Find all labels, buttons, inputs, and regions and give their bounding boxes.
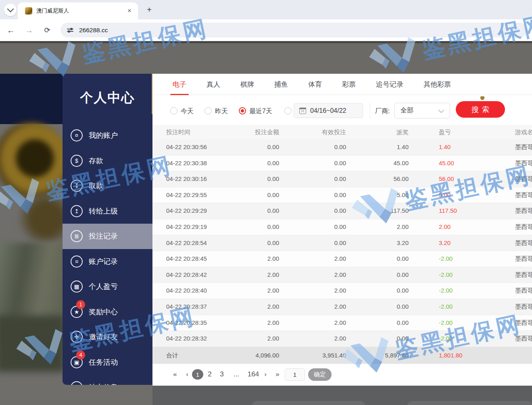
sidebar-item-bet-records[interactable]: ≣投注记录 [63, 224, 152, 249]
cell-bet-amount: 0.00 [213, 171, 279, 187]
tab-chess[interactable]: 棋牌 [240, 74, 254, 95]
site-header: 2024/04/22 21:14:19 星期一 充值 教导中心 邀请返佣 充值 [0, 43, 532, 74]
cell-payout: 117.50 [345, 203, 409, 219]
table-row: 04-22 20:28:452.002.000.00-2.00墨西哥 [152, 251, 532, 267]
sidebar-item-deposit[interactable]: $存款 [63, 148, 152, 174]
tab-live[interactable]: 真人 [207, 74, 220, 95]
sidebar-menu: ¤我的账户$存款↧取款↥转给上级≣投注记录≡账户记录▦个人盈亏★奖励中心1✚邀请… [63, 123, 152, 385]
tune-icon[interactable] [67, 27, 73, 33]
cell-valid-bet: 0.00 [282, 171, 346, 187]
tab-fishing[interactable]: 捕鱼 [274, 74, 288, 95]
cell-payout: 2.00 [345, 219, 409, 235]
cell-payout: 0.00 [345, 331, 409, 347]
back-icon[interactable]: ← [6, 25, 16, 35]
page-3[interactable]: 3 [216, 368, 227, 381]
table-row: 04-22 20:28:540.000.003.203.20墨西哥 [152, 235, 532, 251]
sidebar-item-personal-pnl[interactable]: ▦个人盈亏 [63, 274, 152, 299]
cell-valid-bet: 0.00 [282, 235, 346, 251]
radio-custom-range[interactable] [284, 107, 292, 114]
cell-game-name: 墨西哥 [515, 171, 532, 187]
table-row: 04-22 20:28:372.002.000.00-2.00墨西哥 [152, 299, 532, 315]
last-page-button[interactable]: » [273, 368, 282, 381]
chevron-down-icon [438, 107, 444, 112]
sidebar-item-label: 转给上级 [89, 206, 118, 216]
cell-pnl: -2.00 [439, 331, 491, 347]
cell-valid-bet: 2.00 [282, 299, 346, 315]
sidebar-item-label: 个人盈亏 [89, 282, 118, 291]
radio-last-7-days[interactable] [239, 107, 246, 114]
sidebar-item-label: 站内信息 [89, 382, 118, 385]
site-messages-icon: @ [71, 381, 83, 385]
page-1[interactable]: 1 [192, 369, 203, 380]
page-...[interactable]: ... [228, 368, 244, 381]
url-bar[interactable]: 266288.cc [61, 23, 528, 37]
vendor-select[interactable]: 全部 [394, 103, 450, 118]
sidebar-item-tasks-activities[interactable]: ▣任务活动4 [63, 350, 152, 375]
forward-icon[interactable]: → [24, 25, 34, 35]
sidebar-item-withdraw[interactable]: ↧取款 [63, 173, 152, 199]
cell-pnl: 1.40 [439, 139, 491, 155]
table-row: 04-22 20:28:422.002.000.00-2.00墨西哥 [152, 267, 532, 283]
cell-payout: 1.40 [345, 139, 409, 155]
cell-payout: 3.20 [345, 235, 409, 251]
my-account-icon: ¤ [71, 129, 83, 141]
confirm-button[interactable]: 确定 [308, 368, 332, 381]
tab-favicon [25, 7, 32, 15]
cell-payout: 56.00 [345, 171, 409, 187]
page-jump-input[interactable]: 1 [285, 368, 305, 381]
table-row: 04-22 20:30:380.000.0045.0045.00墨西哥 [152, 156, 532, 172]
sidebar-item-my-account[interactable]: ¤我的账户 [63, 123, 152, 148]
sidebar-item-site-messages[interactable]: @站内信息 [63, 375, 152, 385]
first-page-button[interactable]: « [170, 368, 180, 381]
page-164[interactable]: 164 [245, 368, 261, 381]
new-tab-button[interactable]: + [144, 4, 155, 15]
date-range-picker[interactable]: 31 04/16~04/22 [294, 103, 363, 118]
radio-today[interactable] [170, 107, 177, 114]
tab-search-button[interactable] [4, 4, 17, 16]
cell-pnl: -2.00 [439, 251, 491, 267]
browser-tab-strip: 澳门威尼斯人 × + [0, 0, 532, 19]
radio-yesterday[interactable] [204, 107, 212, 114]
personal-pnl-icon: ▦ [71, 280, 83, 293]
tab-electronic[interactable]: 电子 [173, 74, 186, 95]
cell-payout: 45.00 [345, 156, 409, 171]
pagination: « ‹ 123...164 › » 1 确定 [152, 364, 532, 385]
date-range-value: 04/16~04/22 [310, 107, 346, 114]
tab-close-icon[interactable]: × [125, 7, 134, 15]
tab-chase-records[interactable]: 追号记录 [376, 74, 403, 95]
main-panel: 电子真人棋牌捕鱼体育彩票追号记录其他彩票 今天昨天最近7天 31 04/16~0… [152, 74, 532, 385]
next-page-button[interactable]: › [261, 368, 270, 381]
search-button[interactable]: 搜索 [456, 101, 505, 118]
cell-bet-amount: 2.00 [213, 299, 279, 315]
prev-page-button[interactable]: ‹ [182, 368, 192, 381]
tab-sports[interactable]: 体育 [308, 74, 322, 95]
tab-lottery[interactable]: 彩票 [342, 74, 356, 95]
footer-background [152, 386, 532, 405]
sidebar-item-invite-friends[interactable]: ✚邀请好友 [63, 324, 152, 350]
cell-bet-amount: 2.00 [213, 331, 279, 347]
reload-icon[interactable]: ⟳ [42, 25, 52, 35]
cell-pnl: 2.00 [439, 219, 491, 235]
money-image [0, 316, 65, 372]
sidebar-item-label: 任务活动 [89, 357, 118, 367]
browser-toolbar: ← → ⟳ 266288.cc [0, 19, 532, 41]
cell-payout: 0.00 [345, 251, 409, 267]
table-row: 04-22 20:29:550.000.005.005.00墨西哥 [152, 187, 532, 204]
calendar-icon: 31 [299, 108, 306, 114]
tab-title: 澳门威尼斯人 [36, 7, 125, 15]
browser-tab[interactable]: 澳门威尼斯人 × [18, 2, 138, 19]
sidebar-item-label: 奖励中心 [89, 307, 118, 317]
sidebar-item-label: 邀请好友 [89, 332, 118, 342]
cell-valid-bet: 0.00 [282, 139, 346, 155]
game-category-tabs: 电子真人棋牌捕鱼体育彩票追号记录其他彩票 [152, 74, 532, 95]
cell-valid-bet: 2.00 [282, 283, 346, 299]
sidebar-item-transfer-upline[interactable]: ↥转给上级 [63, 199, 152, 224]
tab-other-lottery[interactable]: 其他彩票 [424, 74, 451, 95]
sidebar-item-rewards-center[interactable]: ★奖励中心1 [63, 299, 152, 325]
page-2[interactable]: 2 [204, 368, 215, 381]
total-payout: 5,897.80 [345, 347, 409, 364]
cell-bet-amount: 0.00 [213, 187, 279, 203]
cell-bet-amount: 0.00 [213, 235, 279, 251]
notification-badge: 4 [76, 351, 85, 359]
sidebar-item-account-records[interactable]: ≡账户记录 [63, 249, 152, 274]
